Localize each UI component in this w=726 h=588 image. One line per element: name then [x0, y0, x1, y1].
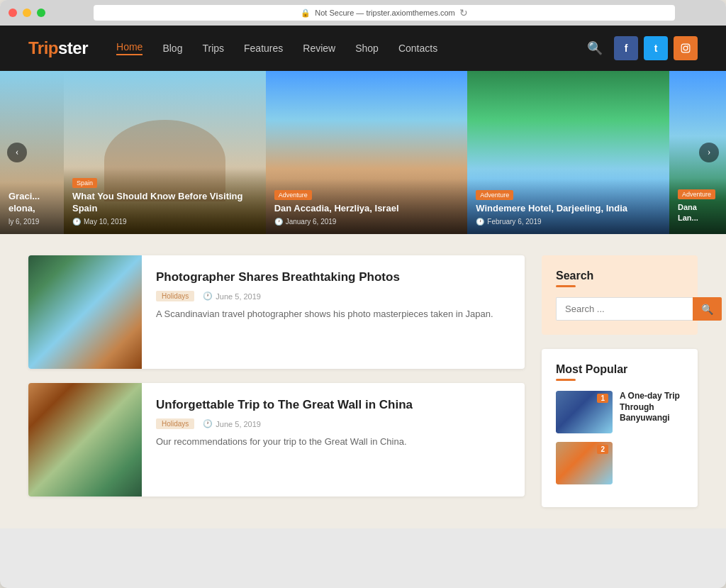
article-tag-2: Holidays	[156, 418, 194, 429]
article-card-2: Unforgettable Trip to The Great Wall in …	[28, 383, 525, 497]
slider-next-button[interactable]: ›	[699, 143, 719, 162]
slide-date-partial-left: ly 6, 2019	[9, 218, 55, 226]
svg-point-1	[683, 46, 688, 50]
search-form: 🔍	[556, 297, 683, 321]
logo-ster: ster	[58, 38, 88, 57]
most-popular-title: Most Popular	[556, 363, 683, 376]
most-popular-widget: Most Popular 1 A One-day Trip Through Ba…	[542, 349, 698, 507]
article-excerpt-2: Our recommendations for your trip to the…	[156, 435, 413, 449]
slide-date-spain: 🕐 May 10, 2019	[72, 218, 257, 226]
most-popular-title-line	[556, 379, 576, 381]
article-body-2: Unforgettable Trip to The Great Wall in …	[142, 383, 427, 497]
clock-icon-1: 🕐	[203, 292, 213, 301]
browser-window: 🔒 Not Secure — tripster.axiomthemes.com …	[0, 0, 726, 588]
slide-card-israel[interactable]: Adventure Dan Accadia, Herzliya, Israel …	[266, 71, 468, 234]
search-input[interactable]	[556, 297, 693, 321]
slide-overlay-partial-left: Graci...elona, ly 6, 2019	[0, 182, 64, 234]
popular-item-1[interactable]: 1 A One-day Trip Through Banyuwangi	[556, 391, 683, 433]
articles-column: Photographer Shares Breathtaking Photos …	[28, 255, 525, 507]
popular-thumb-1: 1	[556, 391, 613, 433]
svg-point-2	[687, 45, 688, 47]
popular-item-title-1: A One-day Trip Through Banyuwangi	[620, 391, 683, 433]
article-title-2: Unforgettable Trip to The Great Wall in …	[156, 397, 413, 413]
minimize-dot[interactable]	[23, 9, 31, 17]
slide-overlay-malaysia: Adventure Dana Lan...	[669, 178, 726, 234]
main-content: Photographer Shares Breathtaking Photos …	[0, 234, 726, 528]
hero-slider: ‹ Graci...elona, ly 6, 2019 Spain	[0, 71, 726, 234]
lock-icon: 🔒	[301, 9, 311, 18]
popular-item-2[interactable]: 2	[556, 442, 683, 484]
sidebar: Search 🔍 Most Popular 1	[542, 255, 698, 507]
article-title-1: Photographer Shares Breathtaking Photos	[156, 270, 493, 285]
maximize-dot[interactable]	[37, 9, 45, 17]
popular-num-1: 1	[597, 394, 608, 403]
slide-title-india: Windemere Hotel, Darjeeling, India	[476, 203, 661, 215]
site-content: Tripster Home Blog Trips Features Review…	[0, 26, 726, 528]
popular-num-2: 2	[597, 445, 608, 454]
facebook-button[interactable]: f	[614, 36, 638, 60]
slide-tag-spain: Spain	[72, 178, 97, 188]
instagram-button[interactable]	[674, 36, 698, 60]
nav-shop[interactable]: Shop	[355, 43, 379, 54]
article-thumb-1	[28, 255, 142, 369]
browser-titlebar: 🔒 Not Secure — tripster.axiomthemes.com …	[0, 0, 726, 26]
clock-icon-2: 🕐	[203, 419, 213, 428]
slide-tag-israel: Adventure	[274, 190, 312, 200]
refresh-icon[interactable]: ↻	[459, 7, 468, 18]
close-dot[interactable]	[9, 9, 17, 17]
slide-card-india[interactable]: Adventure Windemere Hotel, Darjeeling, I…	[467, 71, 669, 234]
article-meta-1: Holidays 🕐 June 5, 2019	[156, 291, 493, 301]
slide-tag-malaysia: Adventure	[678, 189, 715, 199]
article-date-2: 🕐 June 5, 2019	[203, 419, 261, 428]
nav-contacts[interactable]: Contacts	[398, 43, 437, 54]
nav-review[interactable]: Review	[303, 43, 335, 54]
slide-title-partial-left: Graci...elona,	[9, 191, 55, 215]
site-logo[interactable]: Tripster	[28, 38, 88, 58]
article-body-1: Photographer Shares Breathtaking Photos …	[142, 255, 508, 369]
search-widget-title: Search	[556, 270, 683, 282]
slide-date-india: 🕐 February 6, 2019	[476, 218, 661, 226]
navbar: Tripster Home Blog Trips Features Review…	[0, 26, 726, 71]
article-thumb-2	[28, 383, 142, 497]
article-date-1: 🕐 June 5, 2019	[203, 292, 261, 301]
slide-overlay-spain: Spain What You Should Know Before Visiti…	[64, 167, 266, 234]
popular-thumb-2: 2	[556, 442, 613, 484]
slide-date-israel: 🕐 January 6, 2019	[274, 218, 459, 226]
slide-tag-india: Adventure	[476, 190, 513, 200]
nav-home[interactable]: Home	[116, 41, 143, 55]
svg-rect-0	[681, 44, 690, 52]
url-text: Not Secure — tripster.axiomthemes.com	[315, 9, 454, 17]
slide-title-israel: Dan Accadia, Herzliya, Israel	[274, 203, 459, 215]
nav-trips[interactable]: Trips	[202, 43, 224, 54]
nav-blog[interactable]: Blog	[162, 43, 182, 54]
search-widget-title-line	[556, 285, 576, 287]
slider-cards: Graci...elona, ly 6, 2019 Spain What You…	[0, 71, 726, 234]
article-card-1: Photographer Shares Breathtaking Photos …	[28, 255, 525, 369]
logo-trip: Trip	[28, 38, 58, 57]
article-excerpt-1: A Scandinavian travel photographer shows…	[156, 307, 493, 321]
nav-links: Home Blog Trips Features Review Shop Con…	[116, 41, 587, 55]
slide-title-malaysia: Dana Lan...	[678, 202, 717, 223]
article-meta-2: Holidays 🕐 June 5, 2019	[156, 418, 413, 429]
twitter-button[interactable]: t	[644, 36, 668, 60]
slide-title-spain: What You Should Know Before Visiting Spa…	[72, 191, 257, 215]
nav-icons: 🔍 f t	[587, 36, 698, 60]
search-icon[interactable]: 🔍	[587, 40, 603, 56]
slider-prev-button[interactable]: ‹	[7, 143, 27, 162]
slide-overlay-israel: Adventure Dan Accadia, Herzliya, Israel …	[266, 179, 468, 234]
search-submit-button[interactable]: 🔍	[693, 297, 722, 321]
nav-features[interactable]: Features	[244, 43, 283, 54]
search-widget: Search 🔍	[542, 255, 698, 335]
slide-overlay-india: Adventure Windemere Hotel, Darjeeling, I…	[467, 179, 669, 234]
article-tag-1: Holidays	[156, 291, 194, 301]
slide-card-spain[interactable]: Spain What You Should Know Before Visiti…	[64, 71, 266, 234]
address-bar[interactable]: 🔒 Not Secure — tripster.axiomthemes.com …	[94, 5, 675, 21]
